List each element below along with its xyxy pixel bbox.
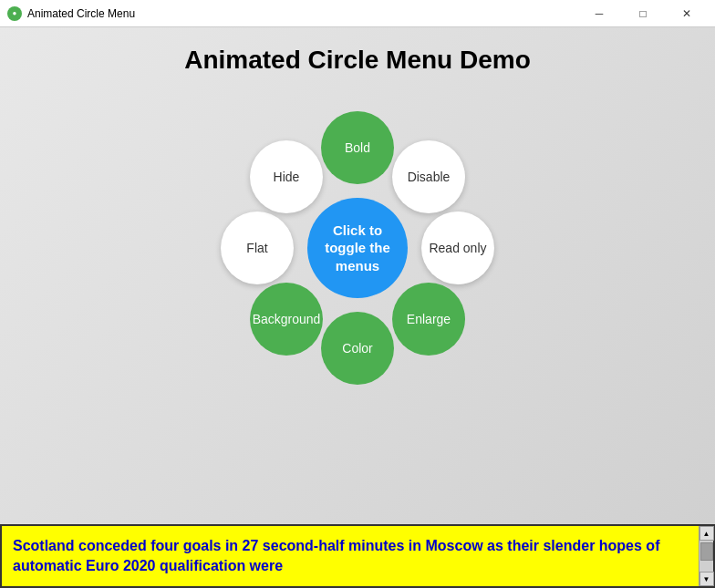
news-text: Scotland conceded four goals in 27 secon… xyxy=(13,536,702,577)
news-scrollbar[interactable]: ▲ ▼ xyxy=(699,526,713,586)
page-title: Animated Circle Menu Demo xyxy=(184,46,531,75)
main-content: Animated Circle Menu Demo Click to toggl… xyxy=(0,27,715,524)
scroll-down-arrow[interactable]: ▼ xyxy=(699,572,714,586)
flat-menu-item[interactable]: Flat xyxy=(221,211,294,284)
background-menu-item[interactable]: Background xyxy=(250,283,323,356)
title-bar: ● Animated Circle Menu ─ □ ✕ xyxy=(0,0,715,27)
app-icon: ● xyxy=(7,6,22,21)
center-circle-button[interactable]: Click to toggle the menus xyxy=(307,198,408,298)
news-bar: Scotland conceded four goals in 27 secon… xyxy=(0,524,715,588)
title-bar-controls: ─ □ ✕ xyxy=(578,5,708,23)
scroll-up-arrow[interactable]: ▲ xyxy=(699,526,714,541)
title-bar-left: ● Animated Circle Menu xyxy=(7,6,135,21)
bold-menu-item[interactable]: Bold xyxy=(321,111,394,184)
title-bar-title: Animated Circle Menu xyxy=(27,7,135,20)
scroll-thumb-area[interactable] xyxy=(699,541,713,572)
scroll-thumb[interactable] xyxy=(700,542,713,561)
color-menu-item[interactable]: Color xyxy=(321,312,394,385)
readonly-menu-item[interactable]: Read only xyxy=(421,211,494,284)
disable-menu-item[interactable]: Disable xyxy=(392,140,465,213)
hide-menu-item[interactable]: Hide xyxy=(250,140,323,213)
enlarge-menu-item[interactable]: Enlarge xyxy=(392,283,465,356)
close-button[interactable]: ✕ xyxy=(666,5,708,23)
circle-menu-container: Click to toggle the menus Bold Disable R… xyxy=(202,93,513,403)
maximize-button[interactable]: □ xyxy=(622,5,664,23)
minimize-button[interactable]: ─ xyxy=(578,5,620,23)
